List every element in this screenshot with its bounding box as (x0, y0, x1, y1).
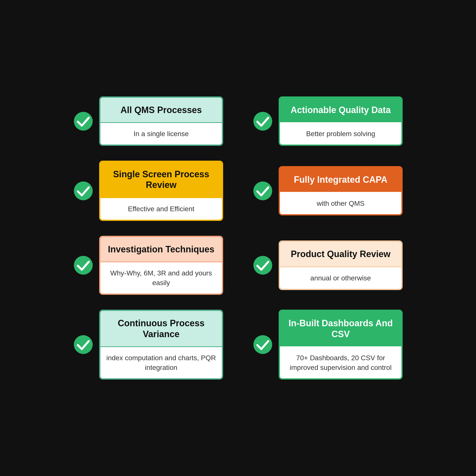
card-title-single-screen: Single Screen Process Review (100, 162, 222, 197)
card-continuous: Continuous Process Variance index comput… (99, 310, 223, 380)
card-wrapper-single-screen: Single Screen Process Review Effective a… (73, 161, 223, 221)
card-wrapper-investigation: Investigation Techniques Why-Why, 6M, 3R… (73, 236, 223, 295)
svg-point-0 (74, 112, 93, 131)
card-body-product-quality: annual or otherwise (280, 267, 401, 289)
card-single-screen: Single Screen Process Review Effective a… (99, 161, 223, 221)
card-body-capa: with other QMS (280, 193, 401, 214)
check-icon-investigation (73, 255, 93, 275)
card-body-investigation: Why-Why, 6M, 3R and add yours easily (100, 262, 222, 294)
check-icon-product-quality (253, 255, 273, 275)
svg-point-2 (74, 181, 93, 200)
main-grid: All QMS Processes In a single license Ac… (54, 77, 422, 399)
svg-point-5 (253, 256, 272, 275)
check-icon-actionable (253, 111, 273, 131)
card-wrapper-capa: Fully Integrated CAPA with other QMS (253, 161, 403, 221)
card-all-qms: All QMS Processes In a single license (99, 96, 223, 146)
card-title-product-quality: Product Quality Review (280, 242, 401, 266)
card-wrapper-actionable: Actionable Quality Data Better problem s… (253, 96, 403, 146)
card-investigation: Investigation Techniques Why-Why, 6M, 3R… (99, 236, 223, 295)
card-title-investigation: Investigation Techniques (100, 237, 222, 262)
card-product-quality: Product Quality Review annual or otherwi… (279, 240, 403, 290)
card-body-actionable: Better problem solving (280, 123, 401, 145)
card-capa: Fully Integrated CAPA with other QMS (279, 166, 403, 215)
svg-point-7 (253, 335, 272, 354)
card-dashboards: In-Built Dashboards And CSV 70+ Dashboar… (279, 310, 403, 380)
card-body-dashboards: 70+ Dashboards, 20 CSV for improved supe… (280, 347, 401, 378)
card-title-all-qms: All QMS Processes (100, 98, 222, 122)
check-icon-all-qms (73, 111, 93, 131)
card-body-continuous: index computation and charts, PQR integr… (100, 347, 222, 378)
svg-point-6 (74, 335, 93, 354)
svg-point-1 (253, 112, 272, 131)
card-body-all-qms: In a single license (100, 123, 222, 145)
card-body-single-screen: Effective and Efficient (100, 198, 222, 220)
card-wrapper-all-qms: All QMS Processes In a single license (73, 96, 223, 146)
card-title-continuous: Continuous Process Variance (100, 311, 222, 346)
card-wrapper-dashboards: In-Built Dashboards And CSV 70+ Dashboar… (253, 310, 403, 380)
svg-point-3 (253, 181, 272, 200)
check-icon-dashboards (253, 335, 273, 355)
card-title-capa: Fully Integrated CAPA (280, 167, 401, 192)
check-icon-capa (253, 181, 273, 201)
svg-point-4 (74, 256, 93, 275)
card-title-actionable: Actionable Quality Data (280, 98, 401, 122)
card-wrapper-product-quality: Product Quality Review annual or otherwi… (253, 236, 403, 295)
check-icon-single-screen (73, 181, 93, 201)
card-wrapper-continuous: Continuous Process Variance index comput… (73, 310, 223, 380)
check-icon-continuous (73, 335, 93, 355)
card-title-dashboards: In-Built Dashboards And CSV (280, 311, 401, 346)
card-actionable: Actionable Quality Data Better problem s… (279, 96, 403, 146)
